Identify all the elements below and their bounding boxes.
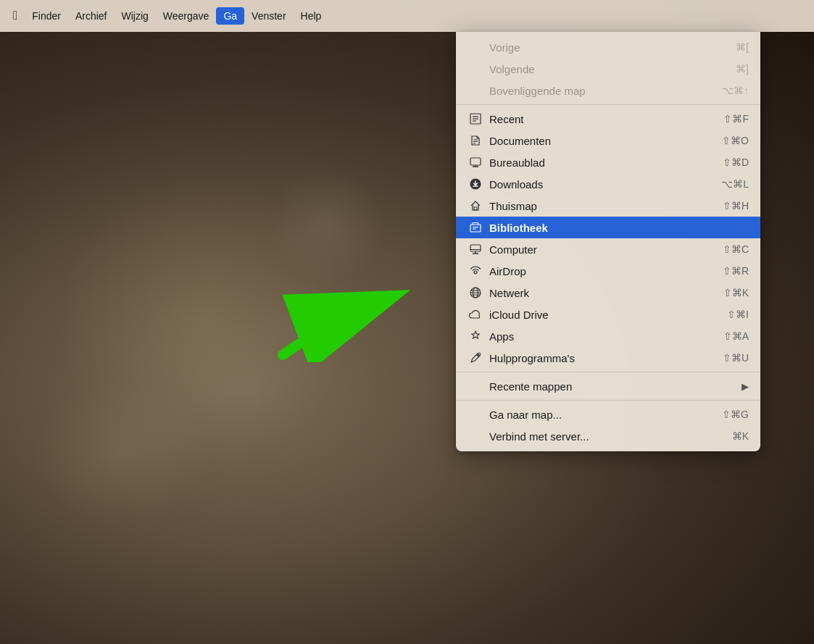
menu-item-apps[interactable]: Apps ⇧⌘A (456, 325, 760, 347)
menu-item-bibliotheek[interactable]: Bibliotheek (456, 217, 760, 238)
menu-item-hulp[interactable]: Hulpprogramma's ⇧⌘U (456, 347, 760, 369)
apple-icon:  (13, 9, 17, 22)
computer-icon (468, 243, 483, 255)
apps-icon (468, 330, 483, 342)
menu-item-recente-mappen[interactable]: Recente mappen ▶ (456, 375, 760, 397)
menubar-help[interactable]: Help (294, 7, 329, 25)
menu-item-verbind[interactable]: Verbind met server... ⌘K (456, 425, 760, 447)
separator-3 (456, 400, 760, 401)
menubar:  Finder Archief Wijzig Weergave Ga Vens… (0, 0, 814, 32)
menu-item-vorige[interactable]: Vorige ⌘[ (456, 36, 760, 58)
netwerk-icon (468, 287, 483, 298)
apple-menu-item[interactable]:  (6, 6, 25, 26)
menu-item-downloads[interactable]: Downloads ⌥⌘L (456, 173, 760, 195)
hulp-icon (468, 352, 483, 364)
thuismap-icon (468, 200, 483, 212)
separator-2 (456, 372, 760, 372)
menu-item-netwerk[interactable]: Netwerk ⇧⌘K (456, 282, 760, 304)
svg-point-21 (474, 271, 477, 274)
icloud-icon (468, 309, 483, 319)
menubar-archief[interactable]: Archief (68, 7, 115, 25)
menu-item-computer[interactable]: Computer ⇧⌘C (456, 238, 760, 260)
svg-rect-8 (470, 158, 481, 165)
menu-item-bureaublad[interactable]: Bureaublad ⇧⌘D (456, 151, 760, 173)
menu-item-recent[interactable]: Recent ⇧⌘F (456, 108, 760, 130)
bibliotheek-icon (468, 222, 483, 233)
menu-item-thuismap[interactable]: Thuismap ⇧⌘H (456, 195, 760, 217)
svg-rect-13 (474, 207, 477, 210)
menu-item-airdrop[interactable]: AirDrop ⇧⌘R (456, 260, 760, 282)
menu-item-documenten[interactable]: Documenten ⇧⌘O (456, 130, 760, 151)
menu-item-ga-naar[interactable]: Ga naar map... ⇧⌘G (456, 403, 760, 425)
menubar-ga[interactable]: Ga (216, 7, 244, 25)
svg-rect-17 (470, 245, 481, 251)
menu-item-bovenliggende[interactable]: Bovenliggende map ⌥⌘↑ (456, 80, 760, 101)
recent-icon (468, 113, 483, 125)
documenten-icon (468, 135, 483, 146)
menubar-finder[interactable]: Finder (25, 7, 68, 25)
bureaublad-icon (468, 156, 483, 168)
airdrop-icon (468, 265, 483, 277)
menubar-venster[interactable]: Venster (244, 7, 293, 25)
svg-rect-14 (470, 225, 481, 232)
ga-dropdown-menu: Vorige ⌘[ Volgende ⌘] Bovenliggende map … (456, 32, 760, 451)
separator-1 (456, 104, 760, 105)
menubar-weergave[interactable]: Weergave (156, 7, 217, 25)
menu-item-icloud[interactable]: iCloud Drive ⇧⌘I (456, 304, 760, 325)
menubar-wijzig[interactable]: Wijzig (114, 7, 155, 25)
menu-item-volgende[interactable]: Volgende ⌘] (456, 58, 760, 80)
downloads-icon (468, 178, 483, 190)
